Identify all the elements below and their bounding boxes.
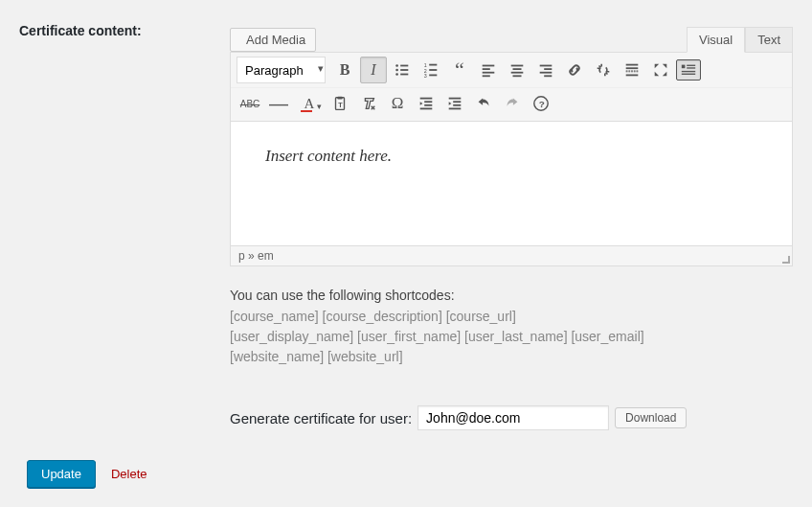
download-button[interactable]: Download [615,407,687,428]
svg-rect-12 [483,65,495,67]
svg-text:?: ? [539,99,545,109]
align-right-button[interactable] [532,57,559,83]
svg-rect-25 [626,67,639,69]
generate-label: Generate certificate for user: [230,410,412,426]
color-swatch [301,110,312,112]
svg-rect-27 [626,75,639,77]
svg-rect-7 [429,64,437,66]
bold-button[interactable]: B [331,57,358,83]
svg-rect-18 [511,72,524,74]
svg-rect-20 [540,65,553,67]
svg-rect-1 [400,65,408,67]
text-color-button[interactable]: A ▾ [294,90,325,117]
special-character-button[interactable]: Ω [384,90,411,117]
indent-button[interactable] [441,90,468,117]
format-select[interactable]: Paragraph [237,57,326,83]
svg-rect-38 [424,104,432,106]
svg-rect-39 [420,108,433,110]
align-left-button[interactable] [475,57,502,83]
svg-point-4 [395,73,398,76]
svg-text:T: T [338,101,343,109]
svg-rect-32 [682,74,695,75]
horizontal-rule-button[interactable]: — [265,90,292,117]
svg-rect-13 [483,68,490,70]
shortcode-line: [website_name] [website_url] [230,347,793,367]
svg-rect-31 [682,71,695,72]
svg-rect-40 [449,98,462,100]
editor-content-area[interactable]: Insert content here. [230,122,793,246]
svg-text:3: 3 [424,73,427,79]
svg-rect-21 [544,68,552,70]
shortcode-line: [user_display_name] [user_first_name] [u… [230,327,793,347]
svg-rect-26 [626,71,639,72]
undo-button[interactable] [470,90,497,117]
svg-rect-43 [449,108,462,110]
help-button[interactable]: ? [528,90,554,117]
svg-point-0 [395,64,398,67]
svg-rect-9 [429,69,437,71]
outdent-button[interactable] [413,90,440,117]
user-email-input[interactable] [417,405,609,430]
svg-rect-22 [540,72,553,74]
italic-button[interactable]: I [360,57,387,83]
redo-button[interactable] [499,90,526,117]
bullet-list-button[interactable] [389,57,416,83]
svg-rect-16 [511,65,524,67]
resize-handle[interactable] [780,254,790,264]
shortcode-hint-title: You can use the following shortcodes: [230,288,793,303]
paste-text-button[interactable]: T [327,90,353,117]
chevron-down-icon: ▾ [317,102,322,111]
svg-rect-37 [424,101,432,103]
svg-rect-28 [682,65,686,69]
add-media-label: Add Media [246,33,305,47]
delete-link[interactable]: Delete [111,467,147,481]
svg-rect-41 [453,101,461,103]
svg-rect-36 [420,98,433,100]
svg-point-2 [395,69,398,72]
shortcode-line: [course_name] [course_description] [cour… [230,307,793,327]
svg-rect-19 [513,75,522,77]
svg-rect-15 [483,75,490,77]
svg-rect-5 [400,74,408,76]
unlink-button[interactable] [590,57,617,83]
blockquote-button[interactable]: “ [446,57,473,83]
strikethrough-button[interactable]: ABC [237,90,263,117]
element-path: p » em [238,249,274,263]
fullscreen-button[interactable] [647,57,674,83]
svg-rect-29 [687,65,695,66]
editor-mode-tabs: Visual Text [687,27,793,52]
svg-rect-23 [544,75,552,77]
link-button[interactable] [561,57,588,83]
clear-formatting-button[interactable] [355,90,382,117]
tab-visual[interactable]: Visual [687,27,745,53]
update-button[interactable]: Update [27,460,96,488]
svg-rect-3 [400,69,408,71]
tab-text[interactable]: Text [745,27,793,52]
editor-status-bar: p » em [230,246,793,266]
svg-rect-14 [483,72,495,74]
svg-rect-42 [453,104,461,106]
svg-rect-24 [626,64,639,66]
align-center-button[interactable] [504,57,530,83]
numbered-list-button[interactable]: 123 [417,57,444,83]
field-label: Certificate content: [19,23,142,38]
svg-rect-17 [513,68,522,70]
svg-rect-30 [687,67,695,68]
editor-toolbar: Paragraph B I 123 “ ABC — [230,52,793,122]
svg-rect-11 [429,75,437,77]
toolbar-toggle-button[interactable] [676,59,701,81]
add-media-button[interactable]: Add Media [230,28,316,52]
read-more-button[interactable] [619,57,645,83]
svg-rect-34 [337,97,342,100]
